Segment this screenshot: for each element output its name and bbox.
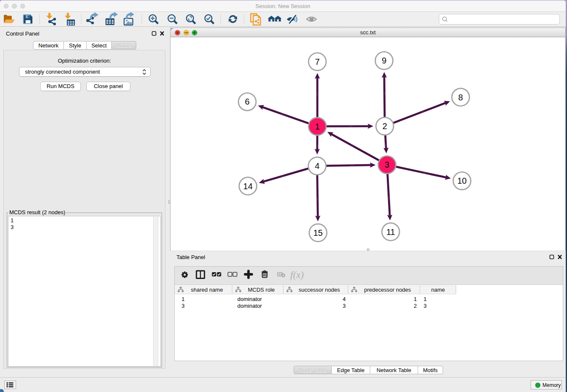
svg-text:predecessor nodes: predecessor nodes (364, 287, 411, 293)
svg-text:f(x): f(x) (290, 270, 304, 280)
svg-text:11: 11 (386, 227, 395, 237)
svg-text:2: 2 (383, 121, 387, 131)
svg-text:3: 3 (385, 160, 389, 169)
svg-text:6: 6 (245, 97, 250, 106)
svg-text:15: 15 (313, 228, 322, 237)
svg-text:successor nodes: successor nodes (299, 287, 340, 293)
svg-text:MCDS role: MCDS role (248, 287, 275, 293)
svg-text:14: 14 (243, 182, 253, 191)
svg-text:8: 8 (458, 93, 463, 102)
svg-text:7: 7 (315, 57, 319, 66)
svg-text:name: name (431, 287, 445, 293)
svg-text:1: 1 (315, 122, 319, 131)
svg-text:10: 10 (457, 176, 467, 185)
svg-text:9: 9 (382, 56, 386, 65)
svg-text:shared name: shared name (191, 287, 223, 293)
svg-text:4: 4 (315, 161, 319, 171)
